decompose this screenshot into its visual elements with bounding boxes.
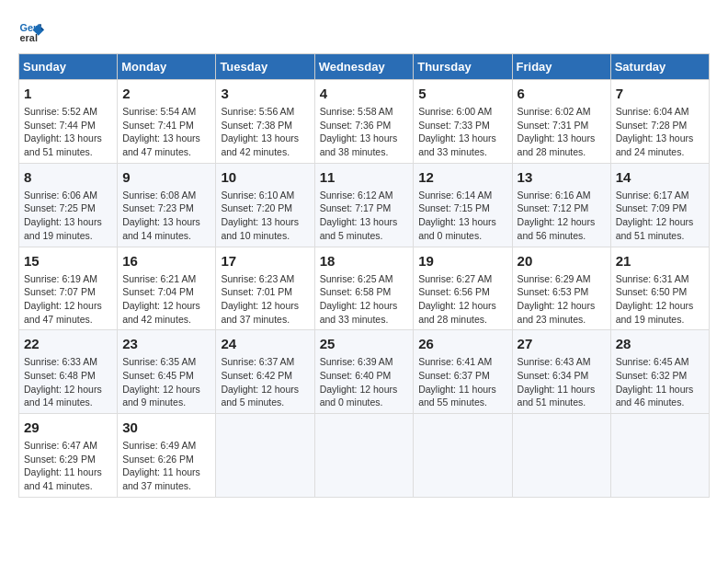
calendar-cell: 8Sunrise: 6:06 AMSunset: 7:25 PMDaylight… <box>19 163 118 247</box>
day-info: and 37 minutes. <box>221 313 309 327</box>
day-number: 23 <box>122 334 210 353</box>
day-info: Daylight: 13 hours <box>418 215 506 229</box>
calendar-table: SundayMondayTuesdayWednesdayThursdayFrid… <box>18 53 710 498</box>
day-info: and 19 minutes. <box>24 229 112 243</box>
calendar-cell: 7Sunrise: 6:04 AMSunset: 7:28 PMDaylight… <box>610 80 709 164</box>
day-info: Sunrise: 5:54 AM <box>122 105 210 119</box>
day-info: and 33 minutes. <box>320 313 409 327</box>
calendar-cell: 9Sunrise: 6:08 AMSunset: 7:23 PMDaylight… <box>118 163 216 247</box>
day-number: 7 <box>616 84 704 103</box>
calendar-cell: 20Sunrise: 6:29 AMSunset: 6:53 PMDayligh… <box>512 247 610 330</box>
calendar-cell: 19Sunrise: 6:27 AMSunset: 6:56 PMDayligh… <box>414 247 512 330</box>
day-number: 14 <box>616 167 704 187</box>
day-number: 26 <box>418 334 506 353</box>
day-info: Daylight: 13 hours <box>24 132 112 145</box>
day-info: Sunrise: 6:23 AM <box>221 272 309 286</box>
day-info: Daylight: 11 hours <box>122 465 210 479</box>
day-number: 28 <box>616 334 704 353</box>
calendar-body: 1Sunrise: 5:52 AMSunset: 7:44 PMDaylight… <box>19 80 710 498</box>
calendar-cell: 16Sunrise: 6:21 AMSunset: 7:04 PMDayligh… <box>118 247 216 330</box>
day-info: Sunrise: 6:00 AM <box>418 105 506 119</box>
day-info: Daylight: 12 hours <box>518 299 606 313</box>
day-info: Sunrise: 6:43 AM <box>518 355 606 369</box>
day-info: Sunrise: 6:14 AM <box>418 189 506 202</box>
day-info: and 56 minutes. <box>518 229 606 243</box>
day-info: Sunrise: 6:45 AM <box>616 355 704 369</box>
day-info: Sunrise: 6:17 AM <box>616 189 704 202</box>
day-info: and 51 minutes. <box>518 396 606 409</box>
calendar-cell: 25Sunrise: 6:39 AMSunset: 6:40 PMDayligh… <box>314 330 414 414</box>
day-number: 5 <box>418 84 506 103</box>
calendar-cell: 24Sunrise: 6:37 AMSunset: 6:42 PMDayligh… <box>216 330 314 414</box>
day-info: Sunset: 7:07 PM <box>24 285 112 299</box>
day-info: and 51 minutes. <box>24 145 112 159</box>
day-info: Daylight: 12 hours <box>122 299 210 313</box>
calendar-cell: 17Sunrise: 6:23 AMSunset: 7:01 PMDayligh… <box>216 247 314 330</box>
day-info: Sunset: 6:45 PM <box>122 369 210 383</box>
day-info: Sunrise: 6:25 AM <box>320 272 409 286</box>
day-info: Sunrise: 5:52 AM <box>24 105 112 119</box>
day-info: Sunrise: 6:06 AM <box>24 189 112 202</box>
day-info: Sunrise: 6:31 AM <box>616 272 704 286</box>
calendar-header-row: SundayMondayTuesdayWednesdayThursdayFrid… <box>19 54 710 80</box>
day-info: Sunset: 7:17 PM <box>320 201 409 215</box>
day-info: Sunrise: 6:02 AM <box>518 105 606 119</box>
calendar-cell: 1Sunrise: 5:52 AMSunset: 7:44 PMDaylight… <box>19 80 118 164</box>
day-number: 22 <box>24 334 112 353</box>
logo-icon: Gen eral <box>18 18 44 44</box>
day-info: Daylight: 13 hours <box>616 132 704 145</box>
calendar-week-row: 1Sunrise: 5:52 AMSunset: 7:44 PMDaylight… <box>19 80 710 164</box>
day-info: and 47 minutes. <box>122 145 210 159</box>
day-info: Daylight: 12 hours <box>221 299 309 313</box>
calendar-cell <box>610 414 709 498</box>
day-info: Daylight: 13 hours <box>221 132 309 145</box>
calendar-cell: 4Sunrise: 5:58 AMSunset: 7:36 PMDaylight… <box>314 80 414 164</box>
day-info: and 14 minutes. <box>24 396 112 409</box>
day-info: Sunset: 7:12 PM <box>518 201 606 215</box>
day-info: Daylight: 12 hours <box>616 299 704 313</box>
calendar-cell <box>414 414 512 498</box>
calendar-cell: 3Sunrise: 5:56 AMSunset: 7:38 PMDaylight… <box>216 80 314 164</box>
day-info: and 14 minutes. <box>122 229 210 243</box>
day-number: 18 <box>320 251 409 270</box>
day-number: 9 <box>122 167 210 187</box>
day-info: Daylight: 13 hours <box>320 132 409 145</box>
day-info: Sunrise: 6:35 AM <box>122 355 210 369</box>
calendar-cell: 21Sunrise: 6:31 AMSunset: 6:50 PMDayligh… <box>610 247 709 330</box>
day-info: Sunset: 6:26 PM <box>122 453 210 466</box>
day-info: Sunrise: 6:47 AM <box>24 439 112 453</box>
calendar-cell: 12Sunrise: 6:14 AMSunset: 7:15 PMDayligh… <box>414 163 512 247</box>
calendar-cell: 5Sunrise: 6:00 AMSunset: 7:33 PMDaylight… <box>414 80 512 164</box>
day-info: and 5 minutes. <box>221 396 309 409</box>
day-info: Sunrise: 6:49 AM <box>122 439 210 453</box>
calendar-cell: 26Sunrise: 6:41 AMSunset: 6:37 PMDayligh… <box>414 330 512 414</box>
day-info: Sunset: 7:01 PM <box>221 285 309 299</box>
calendar-cell: 22Sunrise: 6:33 AMSunset: 6:48 PMDayligh… <box>19 330 118 414</box>
day-info: Sunset: 6:42 PM <box>221 369 309 383</box>
day-info: Sunrise: 6:08 AM <box>122 189 210 202</box>
day-number: 13 <box>518 167 606 187</box>
calendar-cell <box>314 414 414 498</box>
day-info: and 19 minutes. <box>616 313 704 327</box>
header: Gen eral <box>18 18 710 44</box>
day-number: 19 <box>418 251 506 270</box>
day-info: Sunset: 6:56 PM <box>418 285 506 299</box>
day-number: 2 <box>122 84 210 103</box>
day-number: 21 <box>616 251 704 270</box>
calendar-cell: 14Sunrise: 6:17 AMSunset: 7:09 PMDayligh… <box>610 163 709 247</box>
day-number: 11 <box>320 167 409 187</box>
day-info: Daylight: 13 hours <box>24 215 112 229</box>
day-info: Sunset: 6:32 PM <box>616 369 704 383</box>
day-info: Sunset: 7:44 PM <box>24 119 112 132</box>
day-number: 20 <box>518 251 606 270</box>
day-info: Daylight: 12 hours <box>518 215 606 229</box>
day-info: Sunrise: 6:39 AM <box>320 355 409 369</box>
day-info: Daylight: 13 hours <box>320 215 409 229</box>
day-info: and 28 minutes. <box>518 145 606 159</box>
day-info: Sunset: 6:53 PM <box>518 285 606 299</box>
day-info: Sunset: 7:33 PM <box>418 119 506 132</box>
day-number: 27 <box>518 334 606 353</box>
day-info: Daylight: 11 hours <box>418 383 506 396</box>
day-info: and 9 minutes. <box>122 396 210 409</box>
day-info: and 10 minutes. <box>221 229 309 243</box>
